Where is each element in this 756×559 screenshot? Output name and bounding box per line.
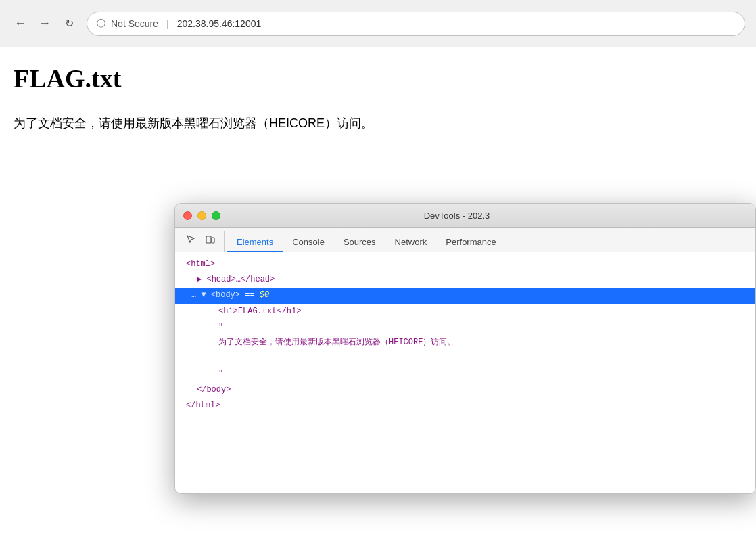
quote2-line	[175, 351, 755, 366]
html-open-tag: <html>	[186, 259, 215, 269]
body-dots: … ▼	[191, 290, 211, 300]
security-icon: ⓘ	[97, 18, 105, 30]
tab-network[interactable]: Network	[385, 233, 437, 252]
body-close-tag: </body>	[197, 385, 231, 395]
tab-elements[interactable]: Elements	[227, 233, 283, 252]
body-open-tag: <body>	[211, 290, 240, 300]
h1-open: <h1>	[218, 307, 238, 316]
devtools-title: DevTools - 202.3	[424, 210, 490, 221]
quote1-line: "	[175, 319, 755, 335]
close-button[interactable]	[183, 211, 192, 220]
html-close-tag: </html>	[186, 401, 220, 410]
maximize-button[interactable]	[212, 211, 220, 220]
head-collapsed-tag: ▶ <head>…</head>	[197, 275, 275, 284]
tab-icon-group	[181, 231, 225, 252]
body-text-line: 为了文档安全，请使用最新版本黑曜石浏览器（HEICORE）访问。	[175, 335, 755, 351]
body-selected-line[interactable]: … ▼ <body> == $0	[175, 288, 755, 303]
inspector-icon[interactable]	[183, 231, 199, 248]
tab-console[interactable]: Console	[283, 233, 334, 252]
forward-button[interactable]: →	[35, 14, 54, 33]
devtools-window: DevTools - 202.3 Elements Console Source…	[174, 203, 756, 494]
device-icon[interactable]	[202, 231, 218, 248]
body-description-text: 为了文档安全，请使用最新版本黑曜石浏览器（HEICORE）访问。	[218, 338, 455, 347]
quote2b-line: "	[175, 366, 755, 382]
tab-sources[interactable]: Sources	[334, 233, 385, 252]
h1-close: </h1>	[277, 307, 301, 316]
devtools-titlebar: DevTools - 202.3	[175, 204, 755, 228]
html-close-line: </html>	[175, 398, 755, 413]
page-title: FLAG.txt	[14, 64, 742, 93]
quote1: "	[218, 322, 223, 332]
nav-buttons: ← → ↻	[11, 14, 78, 33]
browser-chrome: ← → ↻ ⓘ Not Secure | 202.38.95.46:12001	[0, 0, 756, 47]
reload-button[interactable]: ↻	[60, 14, 78, 33]
body-dollar-zero: $0	[260, 290, 269, 300]
elements-panel: <html> ▶ <head>…</head> … ▼ <body> == $0…	[175, 252, 755, 493]
quote2b: "	[218, 369, 223, 378]
devtools-tabs: Elements Console Sources Network Perform…	[175, 228, 755, 252]
minimize-button[interactable]	[197, 211, 206, 220]
page-content: FLAG.txt 为了文档安全，请使用最新版本黑曜石浏览器（HEICORE）访问…	[0, 47, 756, 166]
not-secure-label: Not Secure	[111, 18, 158, 29]
html-open-line: <html>	[175, 256, 755, 272]
address-separator: |	[166, 18, 169, 29]
tab-performance[interactable]: Performance	[436, 233, 505, 252]
svg-rect-0	[206, 236, 211, 243]
address-bar[interactable]: ⓘ Not Secure | 202.38.95.46:12001	[87, 12, 745, 36]
head-line[interactable]: ▶ <head>…</head>	[175, 272, 755, 288]
url-text: 202.38.95.46:12001	[177, 18, 262, 29]
back-button[interactable]: ←	[11, 14, 30, 33]
h1-text: FLAG.txt	[238, 307, 277, 316]
page-description: 为了文档安全，请使用最新版本黑曜石浏览器（HEICORE）访问。	[14, 114, 742, 133]
svg-rect-1	[212, 238, 214, 243]
body-eq: ==	[240, 290, 260, 300]
window-controls	[183, 211, 220, 220]
h1-line[interactable]: <h1>FLAG.txt</h1>	[175, 304, 755, 319]
body-close-line[interactable]: </body>	[175, 382, 755, 398]
